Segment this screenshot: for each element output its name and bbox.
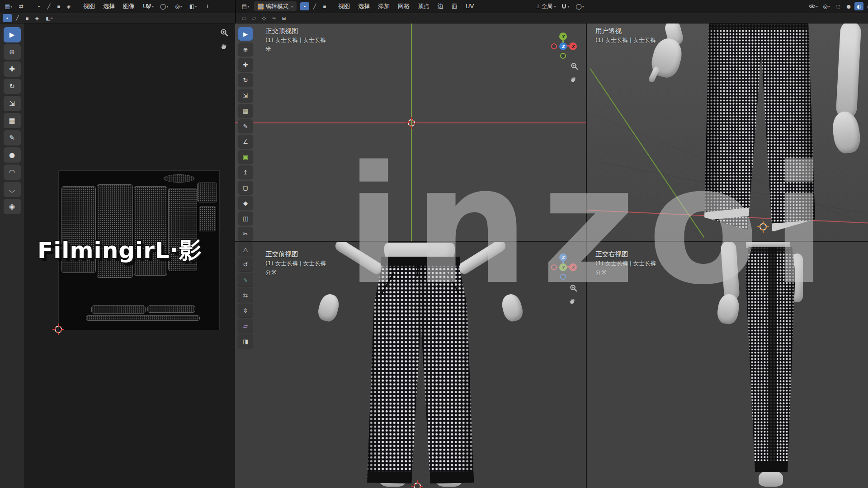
uv-mode-edge-button[interactable]: ╱ [13, 14, 22, 22]
uv-select-face-button[interactable]: ▪ [54, 2, 63, 10]
quad-vertical-divider[interactable] [586, 23, 587, 488]
loop-cut-tool-button[interactable]: ◫ [238, 211, 253, 225]
spin-tool-button[interactable]: ↺ [238, 258, 253, 271]
transform-tool-button[interactable]: ▦ [4, 113, 21, 128]
pinch-brush-button[interactable]: ◡ [4, 182, 21, 197]
zoom-icon[interactable] [570, 284, 577, 294]
rip-region-tool-button[interactable]: ◨ [238, 334, 253, 348]
uv-sticky-dropdown[interactable]: ◧ ▾ [42, 14, 56, 22]
measure-tool-button[interactable]: ∠ [238, 135, 253, 148]
navigation-gizmo[interactable]: Z X Y [549, 253, 578, 282]
shear-tool-button[interactable]: ▱ [238, 319, 253, 333]
v3d-menu-view[interactable]: 视图 [335, 0, 354, 12]
proportional-edit-button[interactable]: ◯ ▾ [574, 2, 585, 11]
uv-select-edge-button[interactable]: ╱ [44, 2, 53, 10]
select-mode-face-button[interactable]: ▪ [320, 2, 329, 10]
v3d-menu-select[interactable]: 选择 [354, 0, 373, 12]
v3d-menu-uv[interactable]: UV [462, 0, 477, 12]
shading-rendered-button[interactable]: ◑ [865, 2, 868, 10]
navigation-gizmo[interactable]: Y X Z [549, 32, 578, 61]
quad-horizontal-divider[interactable] [235, 241, 868, 242]
cursor-tool-button[interactable]: ⊕ [4, 44, 21, 60]
axis-y-ball[interactable]: Y [559, 263, 567, 271]
tweak-tool-button[interactable]: ▶ [238, 27, 253, 41]
uv-island[interactable] [197, 183, 217, 202]
uv-island[interactable] [86, 315, 200, 321]
axis-x-ball[interactable]: X [569, 263, 577, 271]
tweak-tool-button[interactable]: ▶ [4, 27, 21, 42]
pants-perspective-model[interactable] [703, 23, 816, 241]
v3d-editor-type-button[interactable]: ▤ ▾ [240, 2, 251, 11]
uv-editor-region[interactable]: ▶ ⊕ ✚ ↻ ⇲ ▦ ✎ ● ◠ ◡ ◉ [0, 23, 235, 488]
uv-mode-face-button[interactable]: ▪ [23, 14, 32, 22]
uv-menu-select[interactable]: 选择 [99, 0, 118, 12]
knife-tool-button[interactable]: ✂ [238, 227, 253, 240]
relax-brush-button[interactable]: ◠ [4, 164, 21, 180]
uv-menu-view[interactable]: 视图 [80, 0, 99, 12]
uv-island[interactable] [164, 174, 194, 183]
overlays-dropdown[interactable]: ◎ ▾ [821, 2, 832, 11]
uv-snap-button[interactable]: ▾ [144, 2, 156, 11]
axis-y-ball[interactable]: Y [559, 33, 567, 40]
mode-dropdown[interactable]: 编辑模式 ▾ [254, 1, 297, 11]
visibility-dropdown[interactable]: ▾ [807, 2, 819, 11]
uv-pan-hand-icon[interactable] [220, 42, 228, 52]
pan-hand-icon[interactable] [569, 297, 576, 306]
zoom-icon[interactable] [571, 62, 578, 72]
v3d-menu-vertex[interactable]: 顶点 [414, 0, 433, 12]
shading-material-button[interactable]: ◐ [854, 2, 863, 10]
axis-neg-y-ball[interactable] [560, 53, 566, 59]
pan-hand-icon[interactable] [570, 75, 577, 84]
uv-proportional-edit-button[interactable]: ◯ ▾ [158, 2, 170, 11]
v3d-setting-b-button[interactable]: ▱ [250, 14, 259, 22]
v3d-menu-add[interactable]: 添加 [374, 0, 393, 12]
v3d-setting-a-button[interactable]: ▭ [240, 14, 249, 22]
uv-canvas[interactable]: FilmingirL·影 [25, 23, 235, 488]
edge-slide-tool-button[interactable]: ⇆ [238, 288, 253, 302]
uv-mode-island-button[interactable]: ◈ [33, 14, 42, 22]
v3d-setting-c-button[interactable]: ◇ [259, 14, 269, 22]
annotate-tool-button[interactable]: ✎ [238, 119, 253, 133]
smooth-tool-button[interactable]: ∿ [238, 273, 253, 286]
grab-brush-button[interactable]: ● [4, 147, 21, 163]
uv-island[interactable] [199, 206, 216, 231]
snap-button[interactable]: ▾ [559, 2, 571, 11]
extrude-tool-button[interactable]: ↥ [238, 165, 253, 179]
move-tool-button[interactable]: ✚ [4, 61, 21, 77]
uv-select-island-button[interactable]: ◈ [64, 2, 73, 10]
uv-new-image-button[interactable]: + [202, 2, 213, 11]
pants-front-model[interactable] [362, 256, 479, 488]
hand-tool-button[interactable]: ◉ [4, 199, 21, 214]
axis-z-ball[interactable]: Z [559, 42, 567, 50]
cursor-tool-button[interactable]: ⊕ [238, 42, 253, 56]
quad-perspective-view[interactable]: 用户透视 (1) 女士长裤 | 女士长裤 [587, 23, 868, 241]
annotate-tool-button[interactable]: ✎ [4, 130, 21, 145]
quad-top-view[interactable]: 正交顶视图 (1) 女士长裤 | 女士长裤 米 Y X Z [235, 23, 586, 241]
uv-zoom-icon[interactable] [220, 28, 228, 38]
axis-neg-x-ball[interactable] [551, 43, 557, 49]
shading-solid-button[interactable]: ● [844, 2, 853, 10]
uv-pivot-button[interactable]: ◎ ▾ [173, 2, 184, 11]
move-tool-button[interactable]: ✚ [238, 58, 253, 71]
axis-z-ball[interactable]: Z [559, 253, 567, 261]
axis-x-ball[interactable]: X [569, 42, 577, 50]
scale-tool-button[interactable]: ⇲ [4, 96, 21, 111]
transform-tool-button[interactable]: ▦ [238, 104, 253, 117]
v3d-menu-mesh[interactable]: 网格 [394, 0, 413, 12]
uv-island[interactable] [91, 305, 146, 314]
shading-wireframe-button[interactable]: ◌ [834, 2, 843, 10]
rotate-tool-button[interactable]: ↻ [4, 79, 21, 94]
quad-front-view[interactable]: 正交前视图 (1) 女士长裤 | 女士长裤 分米 Z X Y [235, 242, 586, 488]
inset-faces-tool-button[interactable]: ▢ [238, 181, 253, 194]
uv-sticky-select-button[interactable]: ◧ ▾ [187, 2, 199, 11]
axis-neg-x-ball[interactable] [551, 264, 557, 270]
uv-select-vertex-button[interactable]: • [34, 2, 43, 10]
uv-menu-image[interactable]: 图像 [119, 0, 138, 12]
scale-tool-button[interactable]: ⇲ [238, 89, 253, 102]
select-mode-edge-button[interactable]: ╱ [310, 2, 319, 10]
bevel-tool-button[interactable]: ◆ [238, 196, 253, 210]
uv-editor-type-button[interactable]: ▦ ▾ [3, 2, 14, 11]
transform-orientation-dropdown[interactable]: ⊥ 全局 ▾ [535, 2, 557, 11]
axis-neg-z-ball[interactable] [560, 274, 566, 280]
uv-island[interactable] [147, 305, 195, 313]
